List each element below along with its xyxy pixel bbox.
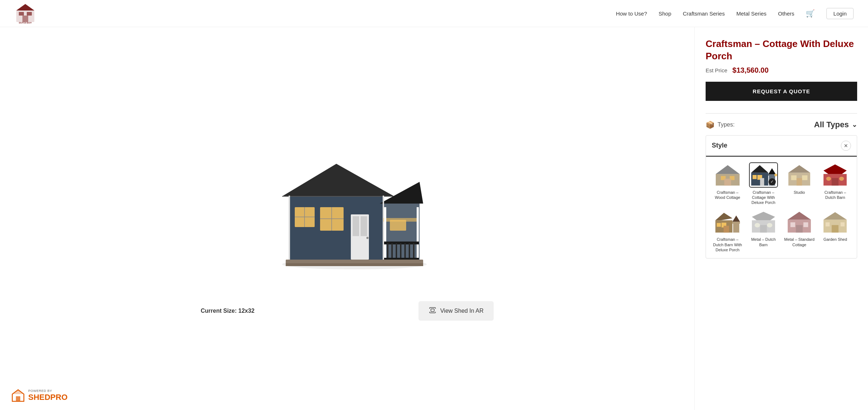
style-item-label-craftsman-dutch-barn-deluxe-porch: Craftsman – Dutch Barn With Deluxe Porch [712,237,743,252]
svg-marker-80 [752,212,775,221]
shedpro-branding: POWERED BY SHEDPRO [28,389,68,402]
svg-rect-91 [826,222,830,226]
svg-marker-61 [788,165,810,172]
svg-marker-51 [751,165,768,172]
main-content: Current Size: 12x32 View Shed In AR [0,27,868,410]
cart-icon[interactable]: 🛒 [806,9,815,18]
style-item-label-metal-standard-cottage: Metal – Standard Cottage [784,237,815,247]
svg-rect-92 [841,222,844,226]
svg-rect-76 [723,226,729,233]
types-row: 📦 Types: All Types ⌄ [706,120,857,129]
svg-rect-31 [396,243,397,258]
svg-point-23 [366,237,369,239]
style-item-craftsman-dutch-barn[interactable]: Craftsman – Dutch Barn [820,162,851,205]
types-dropdown[interactable]: All Types ⌄ [814,120,857,129]
style-item-img-craftsman-dutch-barn [821,162,850,188]
chevron-down-icon: ⌄ [852,121,857,129]
view-ar-button[interactable]: View Shed In AR [418,301,494,321]
svg-rect-32 [400,243,401,258]
svg-rect-3 [27,12,32,16]
style-item-img-metal-standard-cottage [785,209,814,235]
style-section: Style ✕ Craftsman – Wood Cottage✓Craftsm… [706,135,857,259]
nav-how-to-use[interactable]: How to Use? [616,10,647,17]
svg-rect-25 [384,207,386,260]
style-header: Style ✕ [706,136,857,157]
shedpro-house-icon [11,388,25,403]
svg-rect-34 [409,243,410,258]
shed-image-area [221,117,474,290]
logo-area: DUTCH BOY [14,3,36,24]
nav-craftsman-series[interactable]: Craftsman Series [683,10,725,17]
style-item-metal-standard-cottage[interactable]: Metal – Standard Cottage [784,209,815,252]
style-item-img-craftsman-dutch-barn-deluxe-porch [713,209,742,235]
shed-illustration [253,135,441,272]
types-label: Types: [718,121,735,128]
svg-rect-35 [413,243,414,258]
request-quote-button[interactable]: REQUEST A QUOTE [706,82,857,101]
style-item-garden-shed[interactable]: Garden Shed [820,209,851,252]
style-item-img-garden-shed [821,209,850,235]
svg-rect-30 [391,243,393,258]
svg-rect-63 [802,175,808,180]
svg-rect-77 [732,224,733,233]
style-item-craftsman-wood-cottage[interactable]: Craftsman – Wood Cottage [712,162,743,205]
logo-icon: DUTCH BOY [14,3,36,24]
svg-rect-38 [286,263,423,266]
style-item-img-studio [785,162,814,188]
svg-marker-90 [824,212,847,220]
svg-rect-42 [16,396,20,401]
style-item-label-craftsman-wood-cottage: Craftsman – Wood Cottage [712,190,743,200]
svg-rect-93 [832,225,839,233]
svg-rect-12 [289,196,290,260]
types-selected-value: All Types [814,120,849,129]
svg-text:DUTCH BOY: DUTCH BOY [19,22,32,24]
style-item-label-metal-dutch-barn: Metal – Dutch Barn [748,237,779,247]
style-item-img-metal-dutch-barn [749,209,778,235]
style-item-studio[interactable]: Studio [784,162,815,205]
header: DUTCH BOY How to Use? Shop Craftsman Ser… [0,0,868,27]
svg-rect-78 [739,224,740,233]
main-nav: How to Use? Shop Craftsman Series Metal … [616,8,854,19]
svg-marker-9 [282,164,394,196]
style-item-craftsman-dutch-barn-deluxe-porch[interactable]: Craftsman – Dutch Barn With Deluxe Porch [712,209,743,252]
price-row: Est Price $13,560.00 [706,66,857,74]
svg-rect-29 [387,243,388,258]
svg-rect-39 [329,172,336,178]
types-label-area: 📦 Types: [706,120,735,129]
svg-rect-86 [791,222,795,227]
svg-rect-13 [383,196,384,260]
svg-rect-2 [19,12,24,16]
svg-rect-48 [724,179,731,185]
svg-rect-68 [839,176,844,180]
current-size: Current Size: 12x32 [201,308,255,314]
svg-rect-83 [760,225,767,233]
svg-marker-85 [788,212,811,220]
product-title: Craftsman – Cottage With Deluxe Porch [706,38,857,63]
product-view: Current Size: 12x32 View Shed In AR [0,27,694,410]
nav-others[interactable]: Others [778,10,794,17]
style-title: Style [712,142,727,149]
nav-metal-series[interactable]: Metal Series [736,10,766,17]
style-item-img-craftsman-wood-cottage [713,162,742,188]
svg-rect-82 [767,223,772,227]
svg-rect-36 [390,220,406,231]
price-value: $13,560.00 [732,66,769,74]
style-close-button[interactable]: ✕ [841,141,851,151]
nav-shop[interactable]: Shop [659,10,671,17]
svg-marker-52 [768,168,776,174]
svg-marker-1 [16,4,34,10]
style-item-metal-dutch-barn[interactable]: Metal – Dutch Barn [748,209,779,252]
shedpro-brand-name: SHEDPRO [28,393,68,402]
svg-rect-33 [404,243,406,258]
svg-rect-26 [417,207,419,260]
style-item-craftsman-cottage-deluxe-porch[interactable]: ✓Craftsman – Cottage With Deluxe Porch [748,162,779,205]
svg-marker-66 [824,164,847,174]
login-link[interactable]: Login [826,8,854,19]
svg-marker-72 [715,213,732,221]
svg-rect-22 [361,216,367,236]
config-panel: Craftsman – Cottage With Deluxe Porch Es… [694,27,868,410]
svg-rect-53 [753,175,757,179]
svg-rect-81 [754,223,760,227]
svg-rect-88 [796,225,803,233]
powered-by: POWERED BY SHEDPRO [11,388,68,403]
